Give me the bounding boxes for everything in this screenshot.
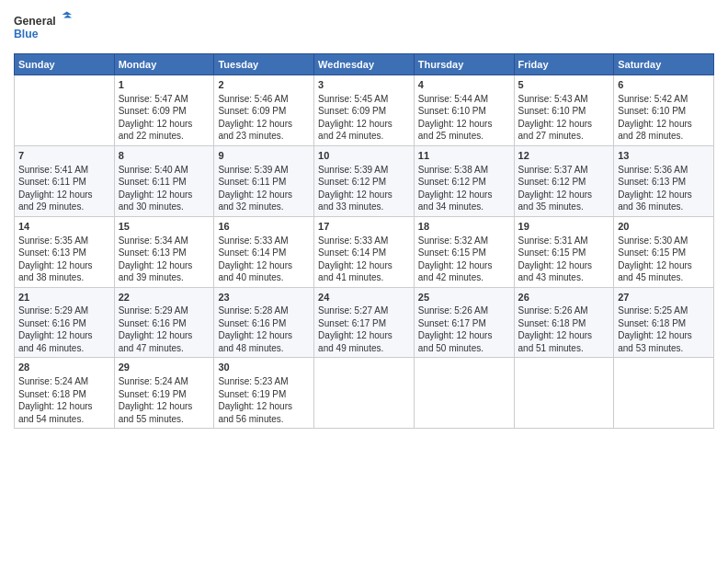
- day-info: Daylight: 12 hours: [618, 329, 710, 342]
- day-number: 4: [418, 78, 510, 92]
- day-info: Sunrise: 5:24 AM: [119, 375, 210, 388]
- day-number: 17: [318, 220, 410, 234]
- day-info: Sunset: 6:12 PM: [418, 176, 510, 189]
- day-info: Sunset: 6:11 PM: [218, 176, 310, 189]
- day-info: Sunset: 6:15 PM: [418, 247, 510, 259]
- day-info: Daylight: 12 hours: [618, 189, 710, 201]
- calendar-cell: 15Sunrise: 5:34 AMSunset: 6:13 PMDayligh…: [114, 216, 214, 287]
- col-header-monday: Monday: [114, 54, 214, 75]
- day-number: 19: [518, 220, 610, 234]
- day-number: 14: [18, 220, 110, 234]
- day-info: Daylight: 12 hours: [18, 400, 110, 413]
- svg-marker-3: [63, 15, 72, 18]
- day-info: Sunset: 6:16 PM: [18, 317, 110, 330]
- calendar-table: SundayMondayTuesdayWednesdayThursdayFrid…: [14, 53, 714, 429]
- day-info: and 34 minutes.: [418, 201, 510, 213]
- day-info: Daylight: 12 hours: [418, 118, 510, 131]
- calendar-cell: 4Sunrise: 5:44 AMSunset: 6:10 PMDaylight…: [414, 75, 514, 146]
- week-row-1: 1Sunrise: 5:47 AMSunset: 6:09 PMDaylight…: [15, 75, 714, 146]
- calendar-cell: 2Sunrise: 5:46 AMSunset: 6:09 PMDaylight…: [214, 75, 314, 146]
- day-info: Daylight: 12 hours: [318, 329, 410, 342]
- day-info: and 49 minutes.: [318, 342, 410, 355]
- day-info: Daylight: 12 hours: [318, 189, 410, 201]
- day-info: Sunset: 6:11 PM: [119, 176, 210, 189]
- calendar-cell: 17Sunrise: 5:33 AMSunset: 6:14 PMDayligh…: [314, 216, 415, 287]
- calendar-cell: 5Sunrise: 5:43 AMSunset: 6:10 PMDaylight…: [514, 75, 614, 146]
- day-info: and 28 minutes.: [618, 130, 710, 143]
- day-info: Sunrise: 5:33 AM: [318, 235, 410, 247]
- week-row-4: 21Sunrise: 5:29 AMSunset: 6:16 PMDayligh…: [15, 287, 714, 358]
- day-info: Daylight: 12 hours: [119, 118, 210, 131]
- calendar-cell: [514, 358, 614, 429]
- calendar-cell: [314, 358, 415, 429]
- day-info: Daylight: 12 hours: [218, 329, 310, 342]
- day-info: and 51 minutes.: [518, 342, 610, 355]
- day-info: Sunset: 6:18 PM: [518, 317, 610, 330]
- day-info: Daylight: 12 hours: [18, 329, 110, 342]
- day-number: 3: [318, 78, 410, 92]
- day-number: 28: [18, 361, 110, 374]
- day-info: Sunset: 6:19 PM: [119, 388, 210, 401]
- day-number: 6: [618, 78, 710, 92]
- day-number: 24: [318, 291, 410, 304]
- calendar-cell: 1Sunrise: 5:47 AMSunset: 6:09 PMDaylight…: [114, 75, 214, 146]
- day-number: 22: [119, 291, 210, 304]
- day-info: Sunset: 6:13 PM: [618, 176, 710, 189]
- day-info: Sunset: 6:14 PM: [318, 247, 410, 259]
- day-number: 15: [119, 220, 210, 234]
- day-info: and 42 minutes.: [418, 271, 510, 284]
- day-info: Sunset: 6:18 PM: [618, 317, 710, 330]
- day-info: Sunset: 6:11 PM: [18, 176, 110, 189]
- day-info: and 47 minutes.: [119, 342, 210, 355]
- calendar-cell: 16Sunrise: 5:33 AMSunset: 6:14 PMDayligh…: [214, 216, 314, 287]
- day-info: Sunset: 6:10 PM: [518, 105, 610, 118]
- day-info: Sunrise: 5:41 AM: [18, 164, 110, 177]
- calendar-cell: 12Sunrise: 5:37 AMSunset: 6:12 PMDayligh…: [514, 145, 614, 216]
- day-info: Sunset: 6:16 PM: [119, 317, 210, 330]
- svg-text:Blue: Blue: [14, 28, 39, 40]
- day-info: and 32 minutes.: [218, 201, 310, 213]
- day-number: 29: [119, 361, 210, 374]
- header-row: SundayMondayTuesdayWednesdayThursdayFrid…: [15, 54, 714, 75]
- day-number: 13: [618, 149, 710, 163]
- day-info: and 54 minutes.: [18, 413, 110, 426]
- day-info: Daylight: 12 hours: [119, 400, 210, 413]
- day-info: and 50 minutes.: [418, 342, 510, 355]
- week-row-3: 14Sunrise: 5:35 AMSunset: 6:13 PMDayligh…: [15, 216, 714, 287]
- day-number: 11: [418, 149, 510, 163]
- day-info: Sunrise: 5:25 AM: [618, 304, 710, 317]
- day-number: 20: [618, 220, 710, 234]
- calendar-cell: 28Sunrise: 5:24 AMSunset: 6:18 PMDayligh…: [15, 358, 115, 429]
- day-number: 18: [418, 220, 510, 234]
- day-number: 7: [18, 149, 110, 163]
- day-info: Sunset: 6:16 PM: [218, 317, 310, 330]
- day-info: Daylight: 12 hours: [518, 118, 610, 131]
- day-info: Sunset: 6:15 PM: [518, 247, 610, 259]
- day-info: Sunset: 6:10 PM: [418, 105, 510, 118]
- day-info: Sunrise: 5:42 AM: [618, 93, 710, 106]
- day-info: Daylight: 12 hours: [218, 118, 310, 131]
- week-row-2: 7Sunrise: 5:41 AMSunset: 6:11 PMDaylight…: [15, 145, 714, 216]
- day-info: Sunrise: 5:40 AM: [119, 164, 210, 177]
- day-info: Sunset: 6:12 PM: [518, 176, 610, 189]
- day-info: Sunrise: 5:26 AM: [418, 304, 510, 317]
- calendar-cell: 11Sunrise: 5:38 AMSunset: 6:12 PMDayligh…: [414, 145, 514, 216]
- day-info: Sunset: 6:13 PM: [119, 247, 210, 259]
- logo: General Blue: [14, 9, 78, 46]
- day-info: Sunset: 6:10 PM: [618, 105, 710, 118]
- day-info: Sunset: 6:14 PM: [218, 247, 310, 259]
- calendar-cell: 6Sunrise: 5:42 AMSunset: 6:10 PMDaylight…: [614, 75, 714, 146]
- calendar-cell: 21Sunrise: 5:29 AMSunset: 6:16 PMDayligh…: [15, 287, 115, 358]
- calendar-cell: 27Sunrise: 5:25 AMSunset: 6:18 PMDayligh…: [614, 287, 714, 358]
- col-header-wednesday: Wednesday: [314, 54, 415, 75]
- day-info: and 23 minutes.: [218, 130, 310, 143]
- day-info: and 33 minutes.: [318, 201, 410, 213]
- day-info: and 45 minutes.: [618, 271, 710, 284]
- day-info: Sunrise: 5:45 AM: [318, 93, 410, 106]
- day-info: Sunrise: 5:34 AM: [119, 235, 210, 247]
- day-info: Sunrise: 5:27 AM: [318, 304, 410, 317]
- day-info: and 56 minutes.: [218, 413, 310, 426]
- calendar-cell: 30Sunrise: 5:23 AMSunset: 6:19 PMDayligh…: [214, 358, 314, 429]
- day-number: 25: [418, 291, 510, 304]
- calendar-cell: [15, 75, 115, 146]
